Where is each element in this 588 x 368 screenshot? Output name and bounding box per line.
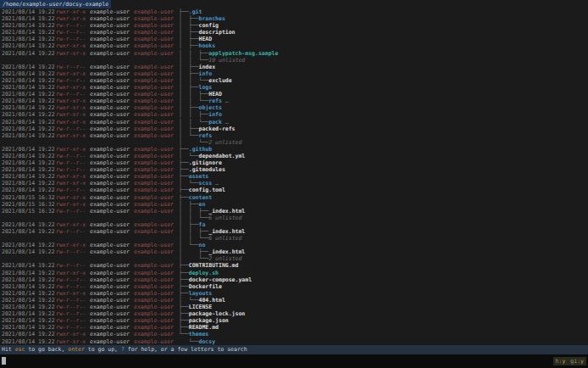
file-name[interactable]: 6 unlisted	[208, 215, 241, 221]
tree-row[interactable]: 2021/08/14 19:22rw-r--r--example-userexa…	[0, 29, 588, 36]
tree-row[interactable]: 2021/08/14 19:22rwxr-xr-xexample-userexa…	[0, 173, 588, 180]
tree-row[interactable]: 2021/08/14 19:22rw-r--r--example-userexa…	[0, 297, 588, 304]
tree-row[interactable]: 2021/08/14 19:22rwxr-xr-xexample-userexa…	[0, 331, 588, 337]
file-name[interactable]: layouts	[189, 290, 212, 297]
file-name[interactable]: pack	[208, 119, 222, 125]
file-name[interactable]: 404.html	[198, 297, 225, 304]
tree-row[interactable]: 2021/08/14 19:22rwxr-xr-xexample-userexa…	[0, 104, 588, 111]
file-owner: example-user	[90, 84, 134, 91]
tree-row[interactable]: 2021/08/14 19:22rwxr-xr-xexample-userexa…	[0, 8, 588, 15]
tree-row[interactable]: 2021/08/14 19:22rw-r--r--example-userexa…	[0, 248, 588, 255]
tree-row[interactable]: 2021/08/14 19:22rwxr-xr-xexample-userexa…	[0, 119, 588, 125]
collapsed-ellipsis: …	[222, 98, 229, 104]
tree-row[interactable]: 2021/08/15 16:32rwxr-xr-xexample-userexa…	[0, 201, 588, 208]
file-name[interactable]: deploy.sh	[189, 270, 219, 276]
tree-row[interactable]: │ │ └──6 unlisted	[0, 215, 588, 221]
file-name[interactable]: .gitmodules	[189, 166, 225, 173]
tree-row[interactable]: 2021/08/14 19:22rw-r--r--example-userexa…	[0, 262, 588, 269]
file-group: example-user	[134, 324, 179, 331]
file-name[interactable]: HEAD	[208, 91, 222, 98]
file-owner: example-user	[90, 173, 134, 180]
file-name[interactable]: .github	[189, 146, 212, 153]
tree-row[interactable]: 2021/08/14 19:22rw-r--r--example-userexa…	[0, 187, 588, 193]
file-name[interactable]: themes	[189, 331, 208, 337]
file-name[interactable]: info	[198, 70, 212, 77]
file-name[interactable]: index	[198, 64, 215, 70]
file-name[interactable]: fa	[198, 221, 205, 228]
tree-row[interactable]: 2021/08/14 19:22rw-r--r--example-userexa…	[0, 153, 588, 159]
tree-branch-lines: ├──	[179, 262, 189, 269]
file-name[interactable]: LICENSE	[189, 304, 212, 310]
tree-row[interactable]: 2021/08/14 19:22rwxr-xr-xexample-userexa…	[0, 50, 588, 57]
tree-row[interactable]: 2021/08/14 19:22rw-r--r--example-userexa…	[0, 283, 588, 290]
tree-row[interactable]: 2021/08/14 19:22rwxr-xr-xexample-userexa…	[0, 132, 588, 139]
tree-row[interactable]: 2021/08/14 19:22rw-r--r--example-userexa…	[0, 77, 588, 84]
tree-row[interactable]: 2021/08/14 19:22rwxr-xr-xexample-userexa…	[0, 98, 588, 104]
tree-row[interactable]: │ │ └──6 unlisted	[0, 235, 588, 242]
file-name[interactable]: exclude	[208, 77, 231, 84]
tree-row[interactable]: 2021/08/14 19:22rwxr-xr-xexample-userexa…	[0, 146, 588, 153]
file-owner: example-user	[90, 228, 134, 235]
tree-row[interactable]: 2021/08/14 19:22rw-r--r--example-userexa…	[0, 91, 588, 98]
file-name[interactable]: config	[198, 22, 218, 29]
tree-row[interactable]: 2021/08/14 19:22rw-r--r--example-userexa…	[0, 228, 588, 235]
tree-row[interactable]: │ └──2 unlisted	[0, 255, 588, 262]
file-name[interactable]: config.toml	[189, 187, 225, 193]
tree-row[interactable]: 2021/08/15 16:32rwxr-xr-xexample-userexa…	[0, 194, 588, 201]
tree-row[interactable]: 2021/08/14 19:22rwxr-xr-xexample-userexa…	[0, 270, 588, 276]
file-name[interactable]: 2 unlisted	[208, 139, 241, 146]
tree-row[interactable]: 2021/08/14 19:22rwxr-xr-xexample-userexa…	[0, 338, 588, 345]
file-name[interactable]: refs	[198, 132, 212, 139]
file-permissions: rwxr-xr-x	[56, 50, 90, 57]
file-name[interactable]: packed-refs	[198, 125, 235, 132]
tree-row[interactable]: 2021/08/14 19:22rwxr-xr-xexample-userexa…	[0, 242, 588, 248]
search-input[interactable]: h:ygi:y	[0, 354, 588, 368]
file-name[interactable]: 10 unlisted	[208, 57, 245, 64]
file-name[interactable]: info	[208, 111, 222, 118]
file-name[interactable]: .git	[189, 8, 202, 15]
tree-row[interactable]: 2021/08/14 19:22rw-r--r--example-userexa…	[0, 304, 588, 310]
file-name[interactable]: CONTRIBUTING.md	[189, 262, 239, 269]
file-name[interactable]: 6 unlisted	[208, 235, 241, 242]
tree-row[interactable]: 2021/08/14 19:22rwxr-xr-xexample-userexa…	[0, 111, 588, 118]
tree-branch-lines: │ ├──	[179, 84, 198, 91]
tree-row[interactable]: 2021/08/14 19:22rw-r--r--example-userexa…	[0, 166, 588, 173]
tree-row[interactable]: 2021/08/14 19:22rw-r--r--example-userexa…	[0, 276, 588, 283]
tree-row[interactable]: 2021/08/14 19:22rwxr-xr-xexample-userexa…	[0, 15, 588, 22]
tree-row[interactable]: 2021/08/14 19:22rwxr-xr-xexample-userexa…	[0, 70, 588, 77]
tree-row[interactable]: │ └──2 unlisted	[0, 139, 588, 146]
file-name[interactable]: docsy	[198, 338, 215, 345]
tree-row[interactable]: 2021/08/14 19:22rwxr-xr-xexample-userexa…	[0, 221, 588, 228]
file-name[interactable]: _index.html	[208, 208, 245, 215]
file-name[interactable]: package-lock.json	[189, 310, 246, 317]
tree-row[interactable]: 2021/08/14 19:22rwxr-xr-xexample-userexa…	[0, 290, 588, 297]
file-name[interactable]: logs	[198, 84, 212, 91]
file-name[interactable]: branches	[198, 15, 225, 22]
file-name[interactable]: .gitignore	[189, 159, 222, 166]
tree-row[interactable]: 2021/08/14 19:22rw-r--r--example-userexa…	[0, 159, 588, 166]
file-group: example-user	[134, 270, 179, 276]
tree-row[interactable]: 2021/08/14 19:22rw-r--r--example-userexa…	[0, 36, 588, 42]
file-name[interactable]: Dockerfile	[189, 283, 222, 290]
file-group: example-user	[134, 84, 179, 91]
file-name[interactable]: docker-compose.yaml	[189, 276, 252, 283]
file-name[interactable]: content	[189, 194, 212, 201]
file-name[interactable]: _index.html	[208, 228, 245, 235]
file-name[interactable]: en	[198, 201, 205, 208]
file-name[interactable]: no	[198, 242, 205, 248]
tree-row[interactable]: 2021/08/14 19:22rw-r--r--example-userexa…	[0, 324, 588, 331]
tree-row[interactable]: 2021/08/14 19:22rwxr-xr-xexample-userexa…	[0, 84, 588, 91]
tree-row[interactable]: 2021/08/14 19:22rw-r--r--example-userexa…	[0, 317, 588, 324]
file-name[interactable]: applypatch-msg.sample	[208, 50, 278, 57]
tree-row[interactable]: 2021/08/15 16:32rw-r--r--example-userexa…	[0, 208, 588, 215]
file-group: example-user	[134, 166, 179, 173]
tree-row[interactable]: 2021/08/14 19:22rw-r--r--example-userexa…	[0, 22, 588, 29]
tree-row[interactable]: 2021/08/14 19:22rw-r--r--example-userexa…	[0, 310, 588, 317]
tree-row[interactable]: 2021/08/14 19:22rwxr-xr-xexample-userexa…	[0, 42, 588, 49]
file-name[interactable]: dependabot.yml	[198, 153, 245, 159]
tree-row[interactable]: 2021/08/14 19:22rw-r--r--example-userexa…	[0, 64, 588, 70]
file-name[interactable]: hooks	[198, 42, 215, 49]
tree-row[interactable]: 2021/08/14 19:22rwxr-xr-xexample-userexa…	[0, 180, 588, 187]
tree-row[interactable]: 2021/08/14 19:22rw-r--r--example-userexa…	[0, 125, 588, 132]
tree-row[interactable]: │ │ └──10 unlisted	[0, 57, 588, 64]
